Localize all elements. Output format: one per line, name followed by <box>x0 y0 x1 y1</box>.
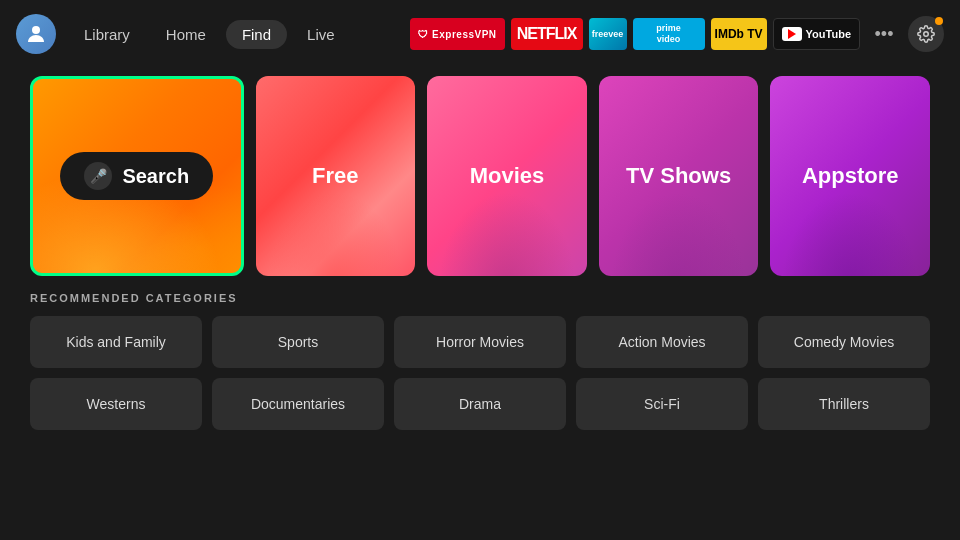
search-label: Search <box>122 165 189 188</box>
movies-label: Movies <box>470 163 545 189</box>
tile-movies[interactable]: Movies <box>427 76 587 276</box>
svg-point-0 <box>32 26 40 34</box>
nav-library[interactable]: Library <box>68 20 146 49</box>
tiles-section: 🎤 Search Free Movies TV Shows Appstore <box>0 76 960 276</box>
category-drama[interactable]: Drama <box>394 378 566 430</box>
freevee-label: freevee <box>592 29 624 39</box>
app-freevee[interactable]: freevee <box>589 18 627 50</box>
free-label: Free <box>312 163 358 189</box>
tile-search[interactable]: 🎤 Search <box>30 76 244 276</box>
youtube-label: YouTube <box>806 28 851 40</box>
search-button[interactable]: 🎤 Search <box>60 152 213 200</box>
tvshows-label: TV Shows <box>626 163 731 189</box>
category-sci-fi[interactable]: Sci-Fi <box>576 378 748 430</box>
tile-appstore[interactable]: Appstore <box>770 76 930 276</box>
imdb-label: IMDb TV <box>715 27 763 41</box>
settings-button[interactable] <box>908 16 944 52</box>
category-documentaries[interactable]: Documentaries <box>212 378 384 430</box>
app-prime[interactable]: primevideo <box>633 18 705 50</box>
app-netflix[interactable]: NETFLIX <box>511 18 583 50</box>
movies-wave-decoration <box>427 176 587 276</box>
youtube-icon <box>782 27 802 41</box>
app-shortcuts: 🛡 ExpressVPN NETFLIX freevee primevideo … <box>410 16 944 52</box>
category-comedy-movies[interactable]: Comedy Movies <box>758 316 930 368</box>
category-westerns[interactable]: Westerns <box>30 378 202 430</box>
app-imdb[interactable]: IMDb TV <box>711 18 767 50</box>
appstore-label: Appstore <box>802 163 899 189</box>
free-wave-decoration <box>256 176 416 276</box>
expressvpn-label: 🛡 ExpressVPN <box>418 29 496 40</box>
categories-section: RECOMMENDED CATEGORIES Kids and Family S… <box>0 276 960 430</box>
category-kids-family[interactable]: Kids and Family <box>30 316 202 368</box>
tvshows-wave-decoration <box>599 176 759 276</box>
category-thrillers[interactable]: Thrillers <box>758 378 930 430</box>
category-action-movies[interactable]: Action Movies <box>576 316 748 368</box>
tile-free[interactable]: Free <box>256 76 416 276</box>
tiles-row: 🎤 Search Free Movies TV Shows Appstore <box>30 76 930 276</box>
category-grid: Kids and Family Sports Horror Movies Act… <box>30 316 930 430</box>
top-nav: Library Home Find Live 🛡 ExpressVPN NETF… <box>0 0 960 68</box>
more-button[interactable]: ••• <box>866 18 902 50</box>
appstore-wave-decoration <box>770 176 930 276</box>
app-expressvpn[interactable]: 🛡 ExpressVPN <box>410 18 504 50</box>
nav-find[interactable]: Find <box>226 20 287 49</box>
user-avatar[interactable] <box>16 14 56 54</box>
svg-point-1 <box>924 32 929 37</box>
app-youtube[interactable]: YouTube <box>773 18 860 50</box>
nav-home[interactable]: Home <box>150 20 222 49</box>
tile-tvshows[interactable]: TV Shows <box>599 76 759 276</box>
netflix-label: NETFLIX <box>517 25 577 43</box>
category-horror-movies[interactable]: Horror Movies <box>394 316 566 368</box>
prime-label: primevideo <box>656 23 681 45</box>
mic-icon: 🎤 <box>84 162 112 190</box>
categories-title: RECOMMENDED CATEGORIES <box>30 292 930 304</box>
nav-links: Library Home Find Live <box>68 20 351 49</box>
nav-live[interactable]: Live <box>291 20 351 49</box>
category-sports[interactable]: Sports <box>212 316 384 368</box>
